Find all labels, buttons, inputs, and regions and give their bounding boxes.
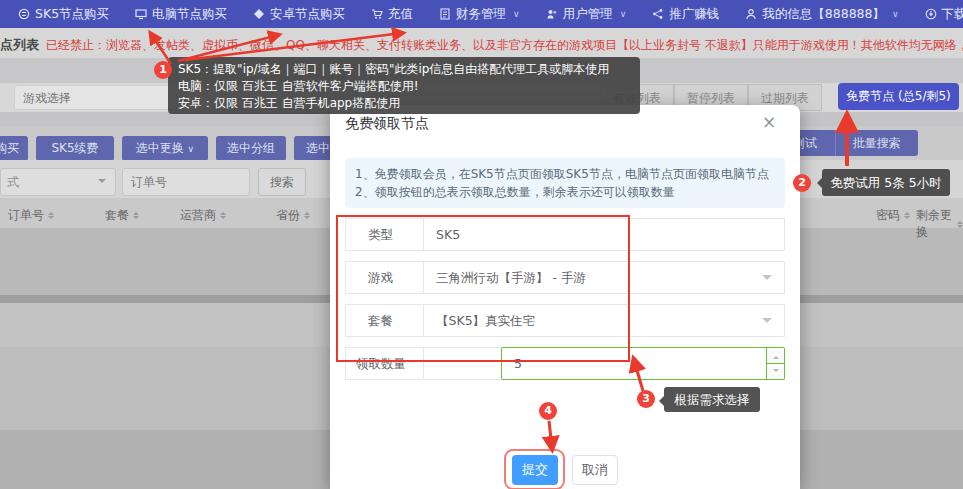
sort-icon[interactable] [904,209,910,222]
quantity-stepper [766,348,784,379]
notice-line-2: 2、领取按钮的总表示领取总数量，剩余表示还可以领取数量 [355,183,775,201]
users-icon [546,8,558,20]
finance-doc-icon [439,8,451,20]
sk5-buy-button[interactable]: SK5购买 [0,136,28,161]
chevron-down-icon: ∨ [188,144,195,154]
chevron-down-icon [98,179,106,187]
stepper-down-icon[interactable] [767,364,784,379]
package-select[interactable]: 【SK5】真实住宅 [424,305,784,336]
top-navbar: SK5节点购买 电脑节点购买 安卓节点购买 充值 财务管理∨ 用户管理∨ 推广赚… [0,0,963,28]
sort-icon[interactable] [957,218,963,231]
game-label: 游戏 [346,262,424,293]
nav-item-finance[interactable]: 财务管理∨ [439,6,520,23]
free-trial-tooltip: 免费试用 5条 5小时 [822,169,950,196]
field-row-package: 套餐 【SK5】真实住宅 [345,304,785,337]
batch-search-button[interactable]: 批量搜索 [835,130,919,156]
tooltip-line-pc: 电脑：仅限 百兆王 自营软件客户端搭配使用! [178,78,630,95]
sort-icon[interactable] [48,209,54,222]
recharge-cart-icon [371,8,383,20]
dialog-title: 免费领取节点 [345,115,429,133]
nav-item-promote[interactable]: 推广赚钱 [652,6,719,23]
package-label: 套餐 [346,305,424,336]
type-label: 类型 [346,219,424,250]
field-row-type: 类型 SK5 [345,218,785,251]
nav-item-recharge[interactable]: 充值 [371,6,413,23]
field-row-game: 游戏 三角洲行动【手游】 - 手游 [345,261,785,294]
chevron-down-icon: ∨ [513,9,520,19]
annotation-number-4: 4 [539,402,557,420]
type-value: SK5 [424,219,784,250]
socks-node-icon [18,8,30,20]
nav-item-pc-buy[interactable]: 电脑节点购买 [135,6,227,23]
computer-node-icon [135,8,147,20]
sort-icon[interactable] [220,209,226,222]
chevron-down-icon: ∨ [620,9,627,19]
quantity-label: 领取数量 [346,348,424,379]
sort-icon[interactable] [304,209,310,222]
tooltip-line-sk5: SK5：提取"ip/域名｜端口｜账号｜密码"此类ip信息自由搭配代理工具或脚本使… [178,61,630,78]
sort-icon[interactable] [133,209,139,222]
search-button[interactable]: 搜索 [258,168,306,196]
sk5-renew-button[interactable]: SK5续费 [36,136,114,161]
free-node-button[interactable]: 免费节点 (总5/剩5) [838,83,959,110]
nav-item-android-buy[interactable]: 安卓节点购买 [253,6,345,23]
submit-button[interactable]: 提交 [512,455,558,485]
column-package[interactable]: 套餐 [105,207,139,224]
nav-item-users[interactable]: 用户管理∨ [546,6,627,23]
chevron-down-icon [762,275,772,285]
stepper-up-icon[interactable] [767,348,784,364]
notice-line-1: 1、免费领取会员，在SK5节点页面领取SK5节点，电脑节点页面领取电脑节点 [355,165,775,183]
game-select[interactable]: 三角洲行动【手游】 - 手游 [424,262,784,293]
column-province[interactable]: 省份 [276,207,310,224]
column-password[interactable]: 密码 [876,207,910,224]
cancel-button[interactable]: 取消 [572,455,618,485]
tooltip-line-android: 安卓：仅限 百兆王 自营手机app搭配使用 [178,95,630,112]
node-list-label: 节点列表 [0,36,39,54]
app-screen: SK5节点购买 电脑节点购买 安卓节点购买 充值 财务管理∨ 用户管理∨ 推广赚… [0,0,963,489]
nav-item-download[interactable]: 下载客户端 [925,6,963,23]
selected-group-button[interactable]: 选中分组 [216,136,286,161]
order-number-input[interactable] [122,168,250,196]
person-icon [745,8,757,20]
chevron-down-icon [762,318,772,328]
column-order-number[interactable]: 订单号 [8,207,54,224]
forbidden-warning-text: 已经禁止：浏览器、发帖类、虚拟币、微信、QQ、聊天相关、支付转账类业务、以及非官… [46,37,963,54]
node-types-tooltip: SK5：提取"ip/域名｜端口｜账号｜密码"此类ip信息自由搭配代理工具或脚本使… [168,57,640,114]
claim-free-node-dialog: 免费领取节点 × 1、免费领取会员，在SK5节点页面领取SK5节点，电脑节点页面… [330,105,800,489]
close-icon[interactable]: × [758,111,780,133]
download-icon [925,8,937,20]
selected-change-button[interactable]: 选中更换 ∨ [122,136,208,161]
quantity-input[interactable] [502,348,766,379]
annotation-number-1: 1 [154,61,172,79]
column-carrier[interactable]: 运营商 [180,207,226,224]
choose-as-needed-tooltip: 根据需求选择 [664,387,760,412]
field-row-quantity: 领取数量 [345,347,785,380]
annotation-number-2: 2 [793,174,811,192]
nav-item-my-info[interactable]: 我的信息【888888】∨ [745,6,898,23]
warning-bar: 节点列表 已经禁止：浏览器、发帖类、虚拟币、微信、QQ、聊天相关、支付转账类业务… [0,28,963,58]
share-icon [652,8,664,20]
column-remaining-changes[interactable]: 剩余更换 [916,207,963,241]
android-node-icon [253,8,265,20]
quantity-input-box [501,347,785,380]
annotation-number-3: 3 [637,390,655,408]
chevron-down-icon: ∨ [892,9,899,19]
dialog-notice: 1、免费领取会员，在SK5节点页面领取SK5节点，电脑节点页面领取电脑节点 2、… [345,158,785,208]
nav-item-sk5-buy[interactable]: SK5节点购买 [18,6,109,23]
